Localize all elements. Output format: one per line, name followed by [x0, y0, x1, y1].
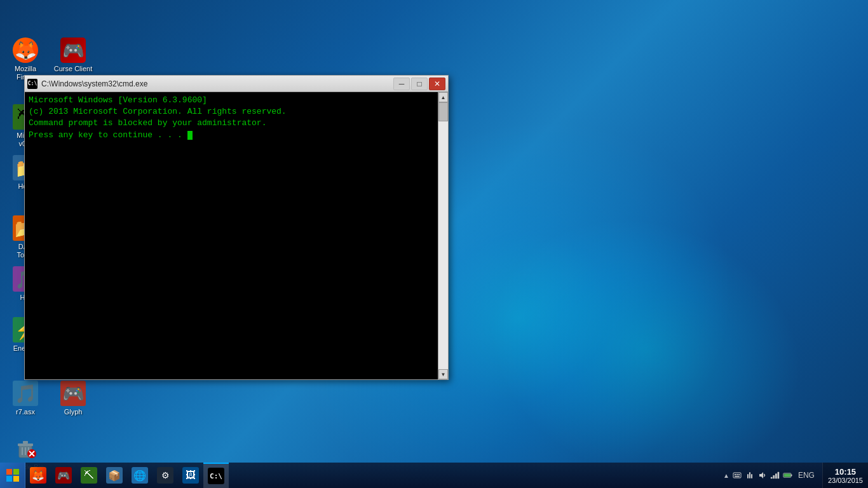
scroll-thumb[interactable]: [438, 102, 448, 121]
desktop: 🦊 Mozilla Fire... 🎮 Curse Client ⛏ Mine-…: [0, 0, 868, 488]
cmd-line-3: Command prompt is blocked by your admini…: [29, 118, 434, 129]
cmd-window-controls: ─ □ ✕: [393, 78, 445, 90]
svg-marker-21: [759, 472, 763, 478]
tray-expand-arrow[interactable]: ▲: [723, 472, 729, 479]
minimize-button[interactable]: ─: [393, 78, 410, 90]
start-button[interactable]: [0, 463, 25, 488]
clock-time: 10:15: [835, 467, 856, 477]
close-button[interactable]: ✕: [429, 78, 445, 90]
maximize-button[interactable]: □: [411, 78, 428, 90]
svg-rect-14: [735, 474, 736, 475]
taskbar-steam[interactable]: ⚙: [153, 463, 178, 488]
desktop-icon-r7asx[interactable]: 🎵 r7.asx: [3, 378, 48, 419]
svg-rect-20: [751, 474, 752, 478]
tray-battery-icon[interactable]: [783, 470, 793, 480]
taskbar-right: ▲: [718, 463, 868, 488]
taskbar-cmd[interactable]: C:\: [203, 463, 229, 488]
taskbar-firefox[interactable]: 🦊: [25, 463, 51, 488]
clock-date: 23/03/2015: [828, 477, 863, 484]
taskbar-globe[interactable]: 🌐: [127, 463, 153, 488]
tray-language[interactable]: ENG: [798, 471, 815, 480]
cmd-line-1: Microsoft Windows [Version 6.3.9600]: [29, 95, 434, 106]
svg-rect-28: [784, 474, 790, 477]
svg-rect-2: [23, 441, 28, 444]
clock[interactable]: 10:15 23/03/2015: [822, 463, 868, 488]
taskbar-minecraft[interactable]: ⛏: [76, 463, 102, 488]
cmd-scrollbar[interactable]: ▲ ▼: [438, 92, 448, 379]
cmd-window-title: C:\Windows\system32\cmd.exe: [41, 79, 393, 88]
cmd-line-4: Press any key to continue . . .: [29, 130, 434, 141]
taskbar-multimc[interactable]: 📦: [102, 463, 127, 488]
cmd-titlebar[interactable]: C:\ C:\Windows\system32\cmd.exe ─ □ ✕: [25, 76, 448, 92]
tray-signal-bars-icon[interactable]: [770, 470, 780, 480]
svg-rect-16: [738, 474, 740, 475]
svg-rect-11: [6, 476, 12, 482]
cmd-content[interactable]: Microsoft Windows [Version 6.3.9600] (c)…: [25, 92, 438, 379]
cmd-line-2: (c) 2013 Microsoft Corporation. All righ…: [29, 106, 434, 118]
svg-rect-23: [773, 475, 775, 478]
scroll-track[interactable]: [438, 102, 448, 369]
svg-rect-17: [735, 476, 740, 477]
svg-rect-27: [791, 474, 792, 476]
taskbar-curse[interactable]: 🎮: [51, 463, 76, 488]
svg-rect-18: [749, 472, 750, 478]
tray-network-icon[interactable]: [745, 470, 755, 480]
tray-keyboard-icon[interactable]: [732, 470, 742, 480]
scroll-down-arrow[interactable]: ▼: [438, 369, 448, 379]
svg-rect-10: [13, 469, 19, 475]
desktop-icon-glyph[interactable]: 🎮 Glyph: [51, 378, 95, 419]
svg-rect-9: [6, 469, 12, 475]
cmd-window: C:\ C:\Windows\system32\cmd.exe ─ □ ✕ Mi…: [24, 75, 449, 380]
svg-rect-15: [736, 474, 738, 475]
svg-rect-12: [13, 476, 19, 482]
taskbar: 🦊 🎮 ⛏ 📦 🌐 ⚙ 🖼 C:\: [0, 463, 868, 488]
cmd-body: Microsoft Windows [Version 6.3.9600] (c)…: [25, 92, 448, 379]
svg-rect-1: [18, 444, 33, 446]
cmd-window-icon: C:\: [27, 79, 37, 89]
taskbar-photos[interactable]: 🖼: [178, 463, 203, 488]
svg-rect-24: [775, 473, 777, 478]
svg-rect-22: [771, 477, 773, 479]
scroll-up-arrow[interactable]: ▲: [438, 92, 448, 102]
svg-rect-19: [747, 474, 749, 478]
desktop-icon-curse-client[interactable]: 🎮 Curse Client: [51, 35, 95, 76]
tray-volume-icon[interactable]: [757, 470, 768, 480]
svg-rect-25: [777, 472, 779, 479]
cmd-cursor: [187, 131, 193, 140]
tray-icons: ▲: [718, 470, 822, 480]
